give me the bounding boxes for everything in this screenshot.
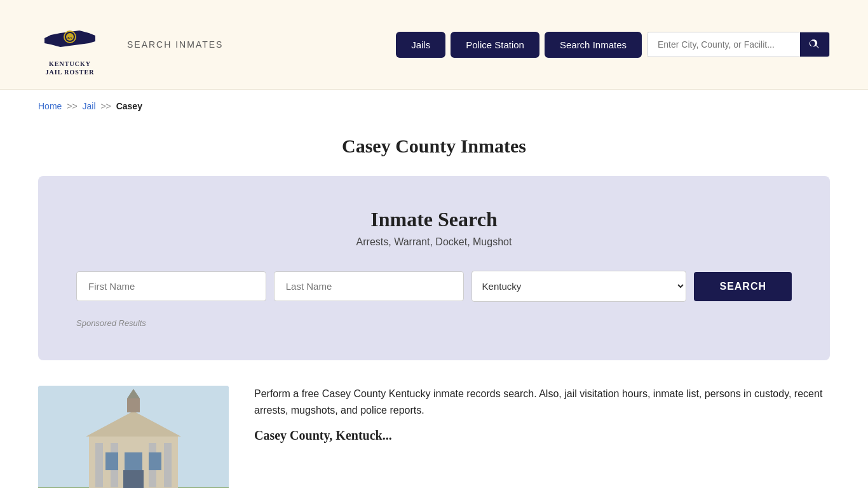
- search-inmates-button[interactable]: Search Inmates: [545, 32, 642, 58]
- courthouse-illustration: [38, 386, 229, 488]
- search-icon: [809, 39, 820, 50]
- svg-rect-11: [164, 443, 172, 487]
- jails-button[interactable]: Jails: [396, 32, 445, 58]
- logo-text: KENTUCKY JAIL ROSTER: [46, 60, 95, 76]
- nav-buttons: Jails Police Station Search Inmates: [396, 32, 830, 58]
- first-name-input[interactable]: [76, 271, 266, 301]
- svg-text:KY: KY: [67, 36, 72, 39]
- inmate-search-subtitle: Arrests, Warrant, Docket, Mugshot: [76, 236, 792, 248]
- description-text: Perform a free Casey County Kentucky inm…: [254, 386, 830, 418]
- search-fields: AlabamaAlaskaArizonaArkansasCaliforniaCo…: [76, 271, 792, 302]
- lower-subtitle: Casey County, Kentuck...: [254, 428, 830, 443]
- site-header: KY KENTUCKY JAIL ROSTER SEARCH INMATES J…: [0, 0, 868, 90]
- breadcrumb-sep-1: >>: [67, 101, 77, 111]
- search-inmates-label: SEARCH INMATES: [127, 39, 223, 50]
- breadcrumb-sep-2: >>: [100, 101, 111, 111]
- page-title-wrapper: Casey County Inmates: [0, 123, 868, 176]
- last-name-input[interactable]: [274, 271, 464, 301]
- logo-icon: KY: [41, 13, 98, 57]
- site-logo: KY KENTUCKY JAIL ROSTER: [38, 13, 102, 76]
- svg-rect-13: [127, 398, 140, 412]
- header-search-input[interactable]: [648, 33, 800, 56]
- header-search-button[interactable]: [800, 32, 829, 57]
- sponsored-results-label: Sponsored Results: [76, 317, 792, 329]
- svg-rect-16: [125, 452, 142, 470]
- breadcrumb: Home >> Jail >> Casey: [0, 90, 868, 123]
- svg-rect-8: [95, 443, 103, 487]
- svg-rect-17: [149, 452, 161, 470]
- search-submit-button[interactable]: SEARCH: [694, 272, 792, 301]
- breadcrumb-jail[interactable]: Jail: [83, 101, 96, 111]
- breadcrumb-home[interactable]: Home: [38, 101, 62, 111]
- police-station-button[interactable]: Police Station: [451, 32, 539, 58]
- search-panel: Inmate Search Arrests, Warrant, Docket, …: [38, 176, 830, 360]
- state-select[interactable]: AlabamaAlaskaArizonaArkansasCaliforniaCo…: [471, 271, 687, 302]
- lower-description: Perform a free Casey County Kentucky inm…: [254, 386, 830, 443]
- inmate-search-title: Inmate Search: [76, 208, 792, 231]
- county-image: [38, 386, 229, 488]
- svg-rect-15: [105, 452, 118, 470]
- header-search-bar: [647, 32, 830, 57]
- svg-rect-18: [123, 470, 144, 488]
- breadcrumb-current: Casey: [116, 101, 142, 111]
- lower-section: Perform a free Casey County Kentucky inm…: [0, 360, 868, 488]
- page-title: Casey County Inmates: [0, 135, 868, 157]
